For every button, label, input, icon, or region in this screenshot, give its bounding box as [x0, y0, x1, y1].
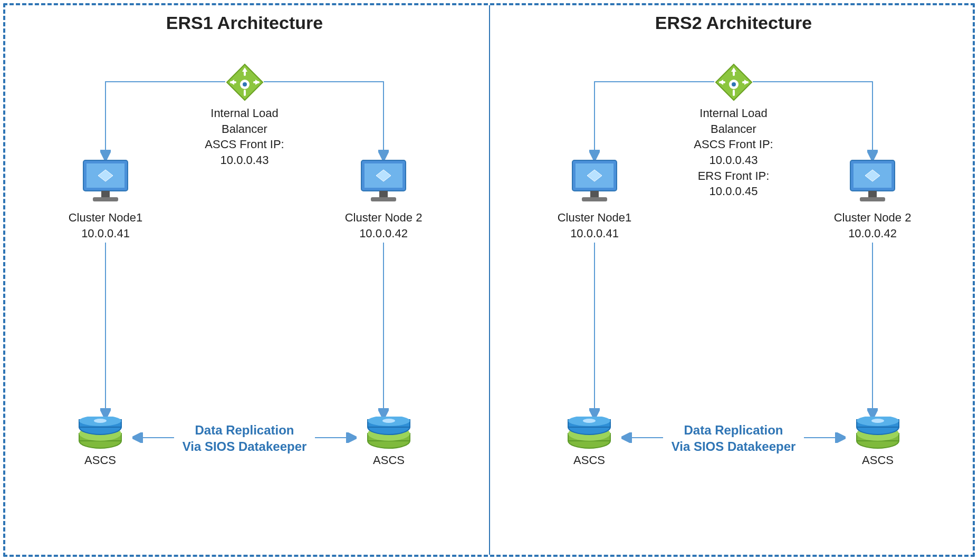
panel-ers2: ERS2 Architecture Internal Load Balancer…: [489, 0, 978, 560]
load-balancer-label: Internal Load Balancer ASCS Front IP: 10…: [205, 105, 284, 168]
computer-icon: [80, 158, 131, 206]
computer-icon: [569, 158, 620, 206]
cluster-node-2: Cluster Node 2 10.0.0.42: [336, 158, 431, 241]
cluster-node-1: Cluster Node1 10.0.0.41: [547, 158, 642, 241]
svg-rect-7: [93, 197, 118, 201]
svg-point-29: [732, 82, 736, 86]
disk-icon: [77, 417, 123, 450]
svg-rect-38: [868, 191, 877, 197]
disk-label: ASCS: [558, 453, 621, 467]
computer-icon: [358, 158, 409, 206]
load-balancer-icon: [715, 63, 753, 101]
node-name: Cluster Node1: [558, 211, 632, 224]
node-name: Cluster Node 2: [345, 211, 423, 224]
disk-ascs-1: ASCS: [69, 417, 132, 467]
svg-rect-34: [582, 197, 607, 201]
disk-label: ASCS: [846, 453, 909, 467]
svg-point-26: [382, 419, 395, 423]
node-ip: 10.0.0.41: [81, 227, 130, 240]
svg-point-53: [871, 419, 884, 423]
node-ip: 10.0.0.42: [848, 227, 897, 240]
replication-line1: Data Replication: [195, 423, 294, 437]
load-balancer-icon: [226, 63, 264, 101]
node-label: Cluster Node1 10.0.0.41: [58, 210, 153, 241]
disk-label: ASCS: [69, 453, 132, 467]
node-label: Cluster Node 2 10.0.0.42: [336, 210, 431, 241]
disk-ascs-1: ASCS: [558, 417, 621, 467]
disk-ascs-2: ASCS: [357, 417, 420, 467]
disk-icon: [366, 417, 412, 450]
node-ip: 10.0.0.41: [570, 227, 619, 240]
svg-rect-39: [860, 197, 885, 201]
disk-ascs-2: ASCS: [846, 417, 909, 467]
computer-icon: [847, 158, 898, 206]
node-label: Cluster Node 2 10.0.0.42: [825, 210, 920, 241]
replication-line2: Via SIOS Datakeeper: [672, 439, 796, 453]
cluster-node-1: Cluster Node1 10.0.0.41: [58, 158, 153, 241]
disk-icon: [566, 417, 612, 450]
replication-line1: Data Replication: [684, 423, 783, 437]
svg-point-2: [243, 82, 247, 86]
replication-label: Data Replication Via SIOS Datakeeper: [672, 422, 796, 455]
replication-label: Data Replication Via SIOS Datakeeper: [183, 422, 307, 455]
node-label: Cluster Node1 10.0.0.41: [547, 210, 642, 241]
svg-rect-12: [371, 197, 396, 201]
svg-point-46: [583, 419, 596, 423]
disk-label: ASCS: [357, 453, 420, 467]
node-name: Cluster Node 2: [834, 211, 912, 224]
svg-rect-11: [379, 191, 388, 197]
svg-rect-33: [590, 191, 599, 197]
node-name: Cluster Node1: [69, 211, 143, 224]
load-balancer-label: Internal Load Balancer ASCS Front IP: 10…: [694, 105, 773, 199]
disk-icon: [855, 417, 901, 450]
svg-rect-6: [101, 191, 110, 197]
svg-point-19: [94, 419, 107, 423]
replication-line2: Via SIOS Datakeeper: [183, 439, 307, 453]
cluster-node-2: Cluster Node 2 10.0.0.42: [825, 158, 920, 241]
node-ip: 10.0.0.42: [359, 227, 408, 240]
panel-ers1: ERS1 Architecture Internal Load Balancer…: [0, 0, 489, 560]
